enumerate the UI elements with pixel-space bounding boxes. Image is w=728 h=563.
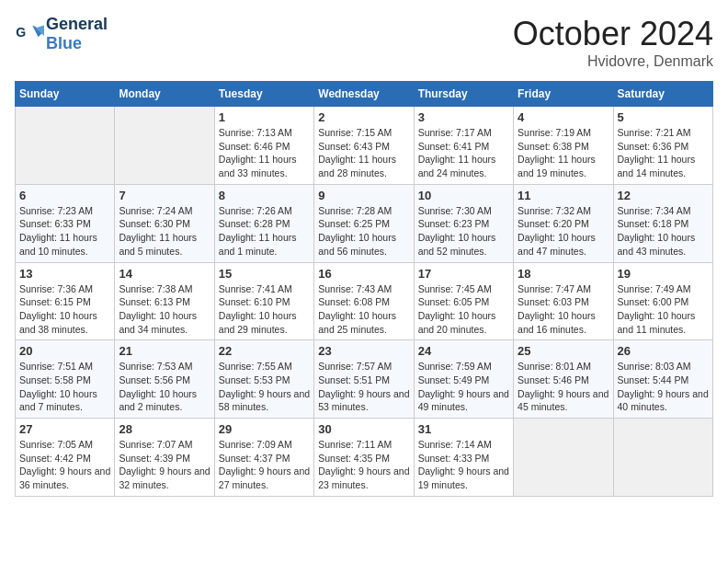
day-number: 7 <box>119 189 210 202</box>
calendar-table: Sunday Monday Tuesday Wednesday Thursday… <box>15 81 713 497</box>
day-number: 25 <box>518 344 609 358</box>
day-number: 12 <box>618 189 709 202</box>
day-number: 22 <box>219 344 310 358</box>
day-cell: 29Sunrise: 7:09 AMSunset: 4:37 PMDayligh… <box>214 419 313 497</box>
header: G General Blue October 2024 Hvidovre, De… <box>15 15 713 70</box>
col-sunday: Sunday <box>16 82 115 107</box>
day-info: Sunrise: 7:30 AMSunset: 6:23 PMDaylight:… <box>418 204 509 259</box>
day-info: Sunrise: 7:53 AMSunset: 5:56 PMDaylight:… <box>119 360 210 414</box>
day-cell: 24Sunrise: 7:59 AMSunset: 5:49 PMDayligh… <box>414 340 513 419</box>
day-number: 28 <box>119 422 210 436</box>
day-info: Sunrise: 7:19 AMSunset: 6:38 PMDaylight:… <box>518 126 609 180</box>
logo-icon: G <box>15 19 44 49</box>
day-info: Sunrise: 7:49 AMSunset: 6:00 PMDaylight:… <box>618 282 709 337</box>
day-number: 23 <box>318 344 409 358</box>
day-info: Sunrise: 7:32 AMSunset: 6:20 PMDaylight:… <box>518 204 609 259</box>
day-number: 30 <box>318 422 409 436</box>
day-cell: 19Sunrise: 7:49 AMSunset: 6:00 PMDayligh… <box>613 262 712 340</box>
day-number: 31 <box>418 422 509 436</box>
day-cell: 8Sunrise: 7:26 AMSunset: 6:28 PMDaylight… <box>214 184 313 262</box>
day-info: Sunrise: 7:45 AMSunset: 6:05 PMDaylight:… <box>418 282 509 337</box>
day-info: Sunrise: 7:47 AMSunset: 6:03 PMDaylight:… <box>518 282 609 337</box>
day-info: Sunrise: 7:13 AMSunset: 6:46 PMDaylight:… <box>219 126 310 180</box>
day-number: 24 <box>418 344 509 358</box>
day-cell: 23Sunrise: 7:57 AMSunset: 5:51 PMDayligh… <box>314 340 414 419</box>
day-cell: 15Sunrise: 7:41 AMSunset: 6:10 PMDayligh… <box>214 262 313 340</box>
day-cell: 7Sunrise: 7:24 AMSunset: 6:30 PMDaylight… <box>115 184 214 262</box>
svg-text:G: G <box>16 25 26 40</box>
day-info: Sunrise: 7:41 AMSunset: 6:10 PMDaylight:… <box>219 282 310 337</box>
calendar-body: 1Sunrise: 7:13 AMSunset: 6:46 PMDaylight… <box>16 107 713 497</box>
logo: G General Blue <box>15 15 108 53</box>
day-info: Sunrise: 7:07 AMSunset: 4:39 PMDaylight:… <box>119 438 210 492</box>
day-cell: 21Sunrise: 7:53 AMSunset: 5:56 PMDayligh… <box>115 340 214 419</box>
day-number: 8 <box>219 189 310 202</box>
day-cell: 28Sunrise: 7:07 AMSunset: 4:39 PMDayligh… <box>115 419 214 497</box>
day-cell: 25Sunrise: 8:01 AMSunset: 5:46 PMDayligh… <box>514 340 613 419</box>
day-number: 29 <box>219 422 310 436</box>
day-cell: 27Sunrise: 7:05 AMSunset: 4:42 PMDayligh… <box>16 419 115 497</box>
day-cell: 11Sunrise: 7:32 AMSunset: 6:20 PMDayligh… <box>514 184 613 262</box>
day-cell: 22Sunrise: 7:55 AMSunset: 5:53 PMDayligh… <box>214 340 313 419</box>
day-cell <box>16 107 115 185</box>
day-number: 19 <box>618 267 709 281</box>
day-info: Sunrise: 7:15 AMSunset: 6:43 PMDaylight:… <box>318 126 409 180</box>
day-number: 26 <box>618 344 709 358</box>
day-cell: 13Sunrise: 7:36 AMSunset: 6:15 PMDayligh… <box>16 262 115 340</box>
day-number: 10 <box>418 189 509 202</box>
day-info: Sunrise: 7:23 AMSunset: 6:33 PMDaylight:… <box>19 204 110 259</box>
day-info: Sunrise: 7:57 AMSunset: 5:51 PMDaylight:… <box>318 360 409 414</box>
day-number: 4 <box>518 110 609 124</box>
day-info: Sunrise: 7:51 AMSunset: 5:58 PMDaylight:… <box>19 360 110 414</box>
header-row: Sunday Monday Tuesday Wednesday Thursday… <box>16 82 713 107</box>
day-cell <box>514 419 613 497</box>
day-info: Sunrise: 8:03 AMSunset: 5:44 PMDaylight:… <box>618 360 709 414</box>
day-info: Sunrise: 7:28 AMSunset: 6:25 PMDaylight:… <box>318 204 409 259</box>
day-info: Sunrise: 7:59 AMSunset: 5:49 PMDaylight:… <box>418 360 509 414</box>
day-cell <box>115 107 214 185</box>
location: Hvidovre, Denmark <box>513 53 713 70</box>
day-cell: 14Sunrise: 7:38 AMSunset: 6:13 PMDayligh… <box>115 262 214 340</box>
day-number: 14 <box>119 267 210 281</box>
day-cell: 2Sunrise: 7:15 AMSunset: 6:43 PMDaylight… <box>314 107 414 185</box>
title-area: October 2024 Hvidovre, Denmark <box>513 15 713 70</box>
week-row-1: 1Sunrise: 7:13 AMSunset: 6:46 PMDaylight… <box>16 107 713 185</box>
day-number: 3 <box>418 110 509 124</box>
day-number: 18 <box>518 267 609 281</box>
day-cell: 1Sunrise: 7:13 AMSunset: 6:46 PMDaylight… <box>214 107 313 185</box>
day-number: 20 <box>19 344 110 358</box>
day-number: 27 <box>19 422 110 436</box>
day-info: Sunrise: 7:34 AMSunset: 6:18 PMDaylight:… <box>618 204 709 259</box>
col-saturday: Saturday <box>613 82 712 107</box>
day-cell: 30Sunrise: 7:11 AMSunset: 4:35 PMDayligh… <box>314 419 414 497</box>
day-info: Sunrise: 7:05 AMSunset: 4:42 PMDaylight:… <box>19 438 110 492</box>
logo-blue: Blue <box>46 34 82 52</box>
day-cell <box>613 419 712 497</box>
day-number: 1 <box>219 110 310 124</box>
day-info: Sunrise: 7:43 AMSunset: 6:08 PMDaylight:… <box>318 282 409 337</box>
col-thursday: Thursday <box>414 82 513 107</box>
day-cell: 4Sunrise: 7:19 AMSunset: 6:38 PMDaylight… <box>514 107 613 185</box>
logo-general: General <box>46 15 108 33</box>
col-tuesday: Tuesday <box>214 82 313 107</box>
day-number: 13 <box>19 267 110 281</box>
day-info: Sunrise: 7:24 AMSunset: 6:30 PMDaylight:… <box>119 204 210 259</box>
day-info: Sunrise: 7:21 AMSunset: 6:36 PMDaylight:… <box>618 126 709 180</box>
day-cell: 16Sunrise: 7:43 AMSunset: 6:08 PMDayligh… <box>314 262 414 340</box>
day-info: Sunrise: 7:17 AMSunset: 6:41 PMDaylight:… <box>418 126 509 180</box>
logo-text: General Blue <box>46 15 108 53</box>
col-wednesday: Wednesday <box>314 82 414 107</box>
day-info: Sunrise: 7:09 AMSunset: 4:37 PMDaylight:… <box>219 438 310 492</box>
month-title: October 2024 <box>513 15 713 53</box>
day-cell: 5Sunrise: 7:21 AMSunset: 6:36 PMDaylight… <box>613 107 712 185</box>
day-number: 15 <box>219 267 310 281</box>
day-info: Sunrise: 7:26 AMSunset: 6:28 PMDaylight:… <box>219 204 310 259</box>
day-cell: 26Sunrise: 8:03 AMSunset: 5:44 PMDayligh… <box>613 340 712 419</box>
day-number: 17 <box>418 267 509 281</box>
day-number: 9 <box>318 189 409 202</box>
week-row-5: 27Sunrise: 7:05 AMSunset: 4:42 PMDayligh… <box>16 419 713 497</box>
day-info: Sunrise: 7:55 AMSunset: 5:53 PMDaylight:… <box>219 360 310 414</box>
day-number: 16 <box>318 267 409 281</box>
day-cell: 3Sunrise: 7:17 AMSunset: 6:41 PMDaylight… <box>414 107 513 185</box>
week-row-3: 13Sunrise: 7:36 AMSunset: 6:15 PMDayligh… <box>16 262 713 340</box>
